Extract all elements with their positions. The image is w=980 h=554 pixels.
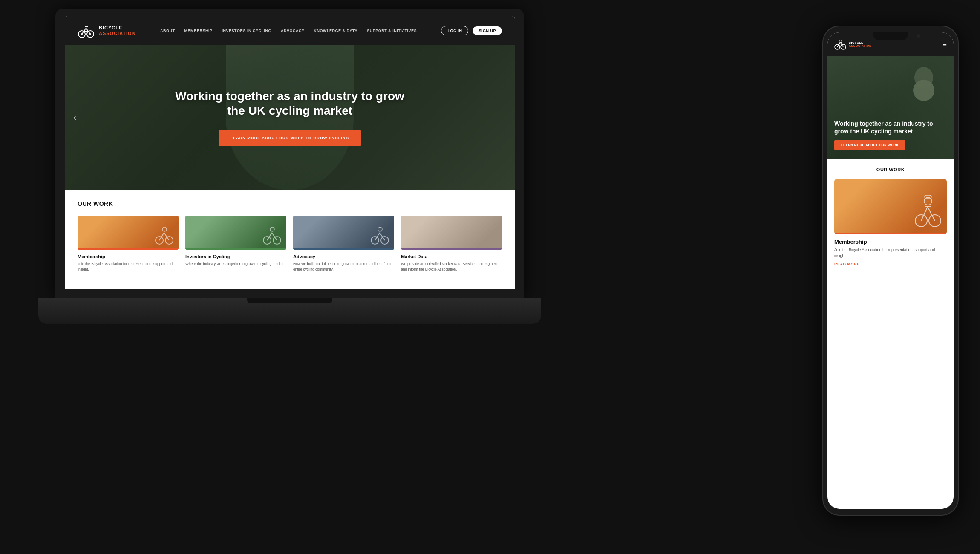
logo-text: BICYCLE ASSOCIATION xyxy=(99,25,136,36)
hero-prev-arrow[interactable]: ‹ xyxy=(73,112,76,123)
phone-read-more-link[interactable]: READ MORE xyxy=(834,262,947,266)
work-cards-grid: Membership Join the Bicycle Association … xyxy=(78,216,502,272)
phone-our-work-title: OUR WORK xyxy=(834,167,947,172)
phone-card-accent xyxy=(834,233,947,234)
card-market-title: Market Data xyxy=(401,254,502,259)
site-nav: ABOUT MEMBERSHIP INVESTORS IN CYCLING AD… xyxy=(160,29,417,33)
nav-support[interactable]: SUPPORT & INITIATIVES xyxy=(367,29,417,33)
svg-point-18 xyxy=(270,227,274,231)
card-investors-image xyxy=(185,216,286,250)
card-market-desc: We provide an unrivalled Market Data Ser… xyxy=(401,261,502,272)
header-buttons: LOG IN SIGN UP xyxy=(441,26,502,35)
phone-logo: BICYCLE ASSOCIATION xyxy=(834,38,872,50)
logo-line2: ASSOCIATION xyxy=(99,31,136,36)
phone-screen: BICYCLE ASSOCIATION ≡ Working together a… xyxy=(827,32,954,509)
membership-cyclist-icon xyxy=(153,224,174,245)
svg-point-31 xyxy=(914,67,933,88)
our-work-section: OUR WORK Membership Join the Bicycle Ass… xyxy=(65,190,515,283)
our-work-title: OUR WORK xyxy=(78,200,502,207)
bicycle-logo-icon xyxy=(78,22,95,39)
card-advocacy-title: Advocacy xyxy=(293,254,394,259)
laptop-frame: BICYCLE ASSOCIATION ABOUT MEMBERSHIP INV… xyxy=(55,9,524,537)
card-accent-advocacy xyxy=(293,248,394,250)
card-accent-market xyxy=(401,248,502,250)
login-button[interactable]: LOG IN xyxy=(441,26,468,35)
nav-knowledge[interactable]: KNOWLEDGE & DATA xyxy=(314,29,357,33)
svg-point-23 xyxy=(378,227,382,231)
card-accent-membership xyxy=(78,248,179,250)
phone-card-membership-desc: Join the Bicycle Association for represe… xyxy=(834,247,947,259)
site-logo: BICYCLE ASSOCIATION xyxy=(78,22,136,39)
card-market-data: Market Data We provide an unrivalled Mar… xyxy=(401,216,502,272)
svg-line-35 xyxy=(928,207,935,221)
card-membership: Membership Join the Bicycle Association … xyxy=(78,216,179,272)
phone-frame: BICYCLE ASSOCIATION ≡ Working together a… xyxy=(822,26,959,516)
nav-advocacy[interactable]: ADVOCACY xyxy=(281,29,305,33)
phone-cyclist-image xyxy=(907,65,941,116)
phone-our-work-section: OUR WORK Membe xyxy=(827,159,954,283)
card-advocacy-image xyxy=(293,216,394,250)
phone-hero-cta-button[interactable]: LEARN MORE ABOUT OUR WORK xyxy=(834,140,905,150)
phone-camera xyxy=(917,34,920,38)
hero-content: Working together as an industry to grow … xyxy=(166,89,413,146)
phone-membership-cyclist xyxy=(913,192,943,230)
card-investors-desc: Where the industry works together to gro… xyxy=(185,261,286,267)
laptop-notch xyxy=(247,298,332,303)
svg-point-13 xyxy=(162,227,167,231)
nav-membership[interactable]: MEMBERSHIP xyxy=(184,29,213,33)
investors-cyclist-icon xyxy=(261,224,282,245)
phone-device: BICYCLE ASSOCIATION ≡ Working together a… xyxy=(822,26,959,516)
hero-title: Working together as an industry to grow … xyxy=(166,89,413,118)
laptop-device: BICYCLE ASSOCIATION ABOUT MEMBERSHIP INV… xyxy=(55,9,524,537)
card-accent-investors xyxy=(185,248,286,250)
phone-logo-line2: ASSOCIATION xyxy=(849,44,872,47)
logo-line1: BICYCLE xyxy=(99,25,136,31)
nav-about[interactable]: ABOUT xyxy=(160,29,175,33)
card-investors: Investors in Cycling Where the industry … xyxy=(185,216,286,272)
phone-hero-content: Working together as an industry to grow … xyxy=(834,120,947,150)
laptop-bezel: BICYCLE ASSOCIATION ABOUT MEMBERSHIP INV… xyxy=(55,9,524,298)
phone-card-membership: Membership Join the Bicycle Association … xyxy=(834,179,947,266)
card-membership-desc: Join the Bicycle Association for represe… xyxy=(78,261,179,272)
phone-hero-title: Working together as an industry to grow … xyxy=(834,120,947,135)
phone-notch xyxy=(873,32,908,40)
phone-bicycle-icon xyxy=(834,38,846,50)
phone-card-membership-title: Membership xyxy=(834,239,947,245)
hero-section: ‹ Working together as an industry to gro… xyxy=(65,45,515,190)
phone-logo-text: BICYCLE ASSOCIATION xyxy=(849,41,872,47)
advocacy-cyclist-icon xyxy=(369,224,390,245)
card-investors-title: Investors in Cycling xyxy=(185,254,286,259)
card-membership-image xyxy=(78,216,179,250)
card-advocacy: Advocacy How we build our influence to g… xyxy=(293,216,394,272)
laptop-screen: BICYCLE ASSOCIATION ABOUT MEMBERSHIP INV… xyxy=(65,16,515,289)
laptop-base xyxy=(38,298,541,324)
signup-button[interactable]: SIGN UP xyxy=(473,26,502,35)
card-market-image xyxy=(401,216,502,250)
nav-investors[interactable]: INVESTORS IN CYCLING xyxy=(222,29,271,33)
phone-hero-section: Working together as an industry to grow … xyxy=(827,56,954,159)
hero-cta-button[interactable]: LEARN MORE ABOUT OUR WORK TO GROW CYCLIN… xyxy=(219,130,361,146)
phone-card-membership-image xyxy=(834,179,947,234)
phone-logo-line1: BICYCLE xyxy=(849,41,872,44)
svg-point-28 xyxy=(839,40,842,43)
site-header: BICYCLE ASSOCIATION ABOUT MEMBERSHIP INV… xyxy=(65,16,515,45)
phone-hamburger-icon[interactable]: ≡ xyxy=(942,40,947,49)
card-membership-title: Membership xyxy=(78,254,179,259)
card-advocacy-desc: How we build our influence to grow the m… xyxy=(293,261,394,272)
